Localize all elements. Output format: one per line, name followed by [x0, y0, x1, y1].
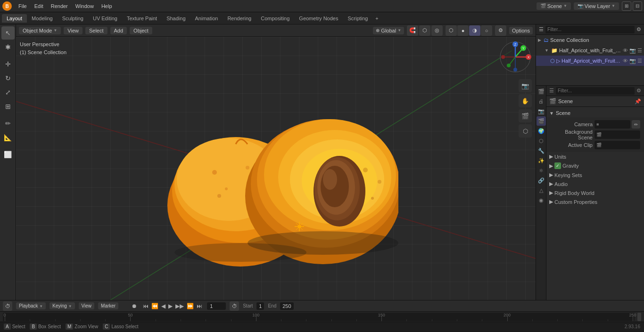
scene-selector[interactable]: 🎬 Scene ▼	[537, 2, 571, 10]
units-section-header[interactable]: ▶ Units	[546, 152, 644, 161]
tab-rendering[interactable]: Rendering	[223, 14, 256, 23]
add-workspace-btn[interactable]: +	[372, 15, 381, 22]
prop-particles-btn[interactable]: ✨	[537, 156, 546, 165]
play-btn[interactable]: ▶	[167, 303, 173, 309]
object-menu[interactable]: Object	[130, 27, 152, 34]
prev-keyframe-btn[interactable]: ⏪	[150, 303, 159, 309]
record-btn[interactable]: ⏺	[131, 303, 138, 309]
audio-section-header[interactable]: ▶ Audio	[546, 179, 644, 188]
prop-modifier-btn[interactable]: 🔧	[537, 146, 546, 155]
tab-animation[interactable]: Animation	[190, 14, 223, 23]
tool-measure[interactable]: 📐	[1, 131, 15, 144]
tab-layout[interactable]: Layout	[2, 14, 27, 23]
collapse-btn[interactable]: ⊟	[633, 1, 642, 11]
prop-material-btn[interactable]: ◉	[537, 195, 546, 205]
view-layer-selector[interactable]: 📷 View Layer ▼	[574, 2, 619, 10]
prop-view-layer-btn[interactable]: 📷	[537, 106, 546, 116]
timer-btn[interactable]: ⏱	[230, 301, 239, 311]
menu-window[interactable]: Window	[72, 2, 97, 10]
camera-edit-btn[interactable]: ✏	[632, 120, 640, 129]
options-btn[interactable]: ⚙	[495, 25, 506, 36]
camera-tool-btn[interactable]: 📷	[519, 79, 532, 92]
tab-scripting[interactable]: Scripting	[343, 14, 372, 23]
tab-compositing[interactable]: Compositing	[256, 14, 294, 23]
props-search-input[interactable]	[556, 87, 635, 95]
current-frame-field[interactable]: 1	[207, 302, 226, 310]
render-viewport-btn[interactable]: 🎬	[519, 109, 532, 122]
timeline-view-menu[interactable]: View	[79, 302, 95, 309]
prop-constraints-btn[interactable]: 🔗	[537, 176, 546, 185]
material-shading-btn[interactable]: ◑	[469, 25, 480, 36]
start-frame-field[interactable]: 1	[256, 302, 264, 310]
jump-start-btn[interactable]: ⏮	[142, 303, 149, 309]
menu-file[interactable]: File	[15, 2, 30, 10]
timeline-scroll-handle[interactable]	[637, 313, 641, 321]
background-scene-field[interactable]: 🎬	[594, 130, 640, 139]
menu-render[interactable]: Render	[48, 2, 71, 10]
scene-collection-root[interactable]: ▶ 🗂 Scene Collection	[536, 35, 644, 45]
solid-shading-btn[interactable]: ●	[457, 25, 469, 36]
view-menu[interactable]: View	[64, 27, 83, 34]
options-label-btn[interactable]: Options	[509, 27, 533, 34]
prop-output-btn[interactable]: 🖨	[537, 97, 546, 106]
snap-options-btn[interactable]: ⬡	[419, 25, 430, 36]
tab-geometry-nodes[interactable]: Geometry Nodes	[294, 14, 343, 23]
expand-btn[interactable]: ⊞	[622, 1, 631, 11]
next-frame-btn[interactable]: ▶▶	[174, 303, 185, 309]
rigid-body-section-header[interactable]: ▶ Rigid Body World	[546, 188, 644, 197]
gravity-checkbox[interactable]: ✓	[554, 162, 561, 169]
tab-sculpting[interactable]: Sculpting	[58, 14, 88, 23]
item1-visibility-icon[interactable]: 👁	[623, 58, 628, 64]
tool-move[interactable]: ✛	[1, 57, 15, 71]
transform-orientation[interactable]: ⊕ Global ▼	[373, 27, 404, 34]
3d-viewport[interactable]: User Perspective (1) Scene Collection	[16, 37, 536, 300]
prev-frame-btn[interactable]: ◀	[160, 303, 166, 309]
viewport-gizmo[interactable]: X Y Z	[499, 40, 532, 73]
gravity-section-header[interactable]: ▶ ✓ Gravity	[546, 161, 644, 170]
render-shading-btn[interactable]: ○	[481, 25, 492, 36]
camera-field[interactable]: ■	[594, 120, 630, 129]
outliner-filter-btn[interactable]: ⚙	[636, 26, 641, 32]
keying-sets-section-header[interactable]: ▶ Keying Sets	[546, 170, 644, 179]
pan-tool-btn[interactable]: ✋	[519, 94, 532, 107]
prop-scene-btn[interactable]: 🎬	[537, 116, 546, 126]
outliner-item-0[interactable]: ▼ 📁 Half_Apricot_with_Fruit_Core 👁 📷 ☰	[536, 45, 644, 56]
render-visibility-icon[interactable]: 📷	[629, 48, 636, 54]
end-frame-field[interactable]: 250	[280, 302, 293, 310]
wire-shading-btn[interactable]: ⬡	[446, 25, 457, 36]
visibility-icon[interactable]: 👁	[623, 48, 628, 54]
prop-physics-btn[interactable]: ⚛	[537, 166, 546, 175]
tool-scale[interactable]: ⤢	[1, 86, 15, 99]
snap-btn[interactable]: 🧲	[407, 25, 418, 36]
active-clip-field[interactable]: 🎬	[594, 141, 640, 149]
outliner-search-input[interactable]	[545, 26, 635, 33]
tool-cursor[interactable]: ✱	[1, 40, 15, 54]
custom-props-section-header[interactable]: ▶ Custom Properties	[546, 197, 644, 206]
jump-end-btn[interactable]: ⏭	[196, 303, 203, 309]
add-menu[interactable]: Add	[110, 27, 127, 34]
keying-menu[interactable]: Keying ▼	[50, 302, 74, 309]
prop-world-btn[interactable]: 🌍	[537, 126, 546, 136]
prop-data-btn[interactable]: △	[537, 186, 546, 195]
proportional-btn[interactable]: ◎	[431, 25, 443, 36]
scene-section-header[interactable]: ▼ Scene	[546, 109, 644, 117]
tab-texture-paint[interactable]: Texture Paint	[122, 14, 162, 23]
tab-uv-editing[interactable]: UV Editing	[88, 14, 122, 23]
prop-object-btn[interactable]: ⬡	[537, 136, 546, 146]
menu-help[interactable]: Help	[98, 2, 116, 10]
prop-render-btn[interactable]: 🎬	[537, 87, 546, 96]
tool-transform[interactable]: ⊞	[1, 100, 15, 113]
playback-menu[interactable]: Playback ▼	[16, 302, 46, 309]
pin-btn[interactable]: 📌	[635, 98, 641, 105]
marker-menu[interactable]: Marker	[98, 302, 118, 309]
overlay-btn[interactable]: ⬡	[519, 124, 532, 138]
props-filter-icon[interactable]: ⚙	[636, 88, 641, 94]
timeline-mode-btn[interactable]: ⏱	[3, 301, 12, 311]
tool-annotate[interactable]: ✏	[1, 117, 15, 130]
tool-add[interactable]: ⬜	[1, 148, 15, 161]
tool-select[interactable]: ↖	[1, 26, 15, 40]
exclude-icon[interactable]: ☰	[637, 48, 642, 54]
menu-edit[interactable]: Edit	[31, 2, 47, 10]
outliner-item-1[interactable]: ⬡ ▷ Half_Apricot_with_Fruit_C... 👁 📷 ☰	[536, 56, 644, 66]
next-keyframe-btn[interactable]: ⏩	[186, 303, 195, 309]
